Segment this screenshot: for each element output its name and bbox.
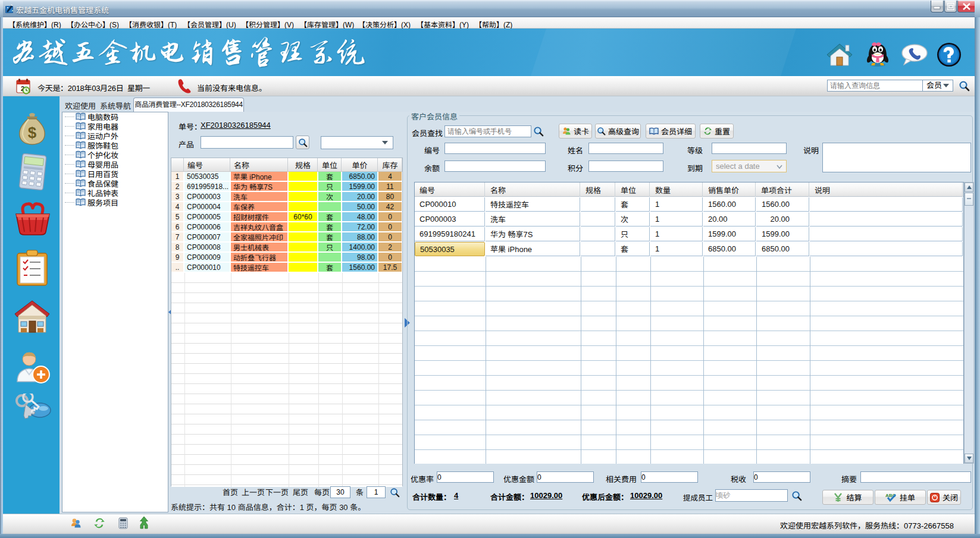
svg-text:$: $ (28, 124, 37, 141)
